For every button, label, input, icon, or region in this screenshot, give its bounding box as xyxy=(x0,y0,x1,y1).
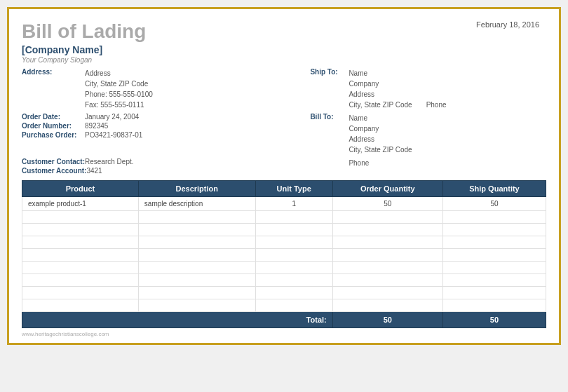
customer-contact-row: Customer Contact: Research Dept. xyxy=(22,158,310,165)
address-line2: City, State ZIP Code xyxy=(85,79,153,89)
customer-contact-value: Research Dept. xyxy=(85,158,133,165)
items-table: Product Description Unit Type Order Quan… xyxy=(22,180,546,328)
address-label: Address: xyxy=(22,68,85,110)
purchase-order-row: Purchase Order: PO3421-90837-01 xyxy=(22,131,310,139)
ship-to-details: Name Company Address City, State ZIP Cod… xyxy=(349,68,446,110)
document-container: Bill of Lading [Company Name] Your Compa… xyxy=(7,7,561,345)
order-number-row: Order Number: 892345 xyxy=(22,122,310,130)
col-header-ship-qty: Ship Quantity xyxy=(442,181,546,197)
order-date-label: Order Date: xyxy=(22,113,85,121)
company-slogan: Your Company Slogan xyxy=(22,56,146,64)
row-description: sample description xyxy=(138,197,255,211)
bill-to-label: Bill To: xyxy=(310,113,349,155)
customer-account-value: 3421 xyxy=(86,167,102,175)
company-name: [Company Name] xyxy=(22,44,146,55)
customer-account-row: Customer Account: 3421 xyxy=(22,167,310,175)
address-line4: Fax: 555-555-0111 xyxy=(85,100,153,110)
row-ship-qty: 50 xyxy=(442,197,546,211)
bill-to-company: Company xyxy=(349,123,412,134)
table-row-empty-2 xyxy=(22,224,546,236)
row-order-qty: 50 xyxy=(332,197,442,211)
table-row-empty-5 xyxy=(22,262,546,274)
address-line1: Address xyxy=(85,68,153,79)
total-ship-qty: 50 xyxy=(442,312,546,328)
bill-to-city: City, State ZIP Code xyxy=(349,144,412,155)
ship-to-label: Ship To: xyxy=(310,68,349,110)
table-row-empty-7 xyxy=(22,287,546,299)
purchase-order-label: Purchase Order: xyxy=(22,131,85,139)
customer-account-label: Customer Account: xyxy=(22,167,86,175)
ship-to-address: Address xyxy=(349,89,446,100)
order-number-label: Order Number: xyxy=(22,122,85,130)
footer-website: www.heritagechristianscollege.com xyxy=(22,331,546,337)
address-lines: Address City, State ZIP Code Phone: 555-… xyxy=(85,68,153,110)
order-number-value: 892345 xyxy=(85,122,108,130)
table-row-empty-6 xyxy=(22,274,546,287)
bill-to-address: Address xyxy=(349,134,412,144)
table-row-empty-1 xyxy=(22,211,546,224)
table-footer-row: Total: 50 50 xyxy=(22,312,546,328)
ship-to-phone-label: Phone xyxy=(426,100,447,110)
order-date-value: January 24, 2004 xyxy=(85,113,139,121)
col-header-description: Description xyxy=(138,181,255,197)
table-row-empty-4 xyxy=(22,249,546,262)
bill-to-details: Name Company Address City, State ZIP Cod… xyxy=(349,113,412,155)
purchase-order-value: PO3421-90837-01 xyxy=(85,131,142,139)
bill-to-phone-value: Phone xyxy=(349,158,369,168)
bill-to-name: Name xyxy=(349,113,412,123)
bill-to-phone: Phone xyxy=(349,158,369,176)
table-row-empty-8 xyxy=(22,299,546,312)
page-title: Bill of Lading xyxy=(22,20,146,43)
table-row: example product-1 sample description 1 5… xyxy=(22,197,546,211)
customer-contact-label: Customer Contact: xyxy=(22,158,85,165)
document-date: February 18, 2016 xyxy=(476,20,546,29)
table-header-row: Product Description Unit Type Order Quan… xyxy=(22,181,546,197)
total-order-qty: 50 xyxy=(332,312,442,328)
ship-to-company: Company xyxy=(349,79,446,89)
total-label: Total: xyxy=(22,312,333,328)
row-product: example product-1 xyxy=(22,197,139,211)
order-date-row: Order Date: January 24, 2004 xyxy=(22,113,310,121)
row-unit-type: 1 xyxy=(255,197,332,211)
ship-to-name: Name xyxy=(349,68,446,79)
col-header-unit-type: Unit Type xyxy=(255,181,332,197)
col-header-order-qty: Order Quantity xyxy=(332,181,442,197)
ship-to-city: City, State ZIP Code xyxy=(349,100,412,110)
col-header-product: Product xyxy=(22,181,139,197)
table-row-empty-3 xyxy=(22,236,546,249)
address-line3: Phone: 555-555-0100 xyxy=(85,89,153,100)
